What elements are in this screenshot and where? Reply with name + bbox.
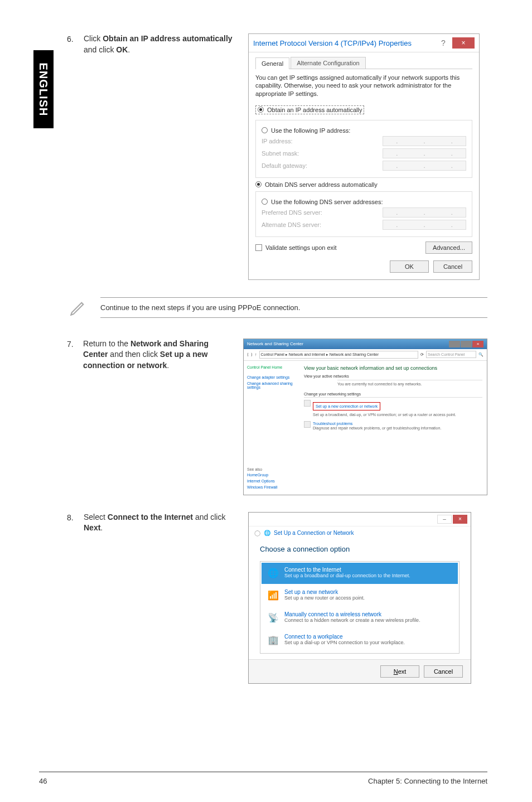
subnet-label: Subnet mask: [262, 150, 299, 157]
sidebar-homegroup[interactable]: HomeGroup [247, 473, 277, 477]
search-input[interactable]: Search Control Panel [426, 351, 476, 358]
step-7-mid: and then click [108, 350, 159, 359]
opt2-title: Set up a new network [284, 589, 453, 595]
help-button[interactable]: ? [436, 37, 451, 49]
setup-connection-highlight: Set up a new connection or network [313, 402, 380, 410]
cancel-button[interactable]: Cancel [424, 665, 463, 678]
option-new-network[interactable]: 📶 Set up a new network Set up a new rout… [262, 585, 458, 606]
step-8-prefix: Select [84, 513, 108, 521]
troubleshoot-desc: Diagnose and repair network problems, or… [313, 426, 441, 430]
ip-address-label: IP address: [262, 138, 292, 144]
up-icon[interactable]: ↑ [255, 352, 257, 356]
sidebar-home[interactable]: Control Panel Home [247, 365, 296, 369]
radio-icon [262, 199, 268, 205]
search-icon[interactable]: 🔍 [478, 352, 483, 357]
network-sharing-center-window: Network and Sharing Center × ⟨ ⟩ ↑ Contr… [243, 339, 487, 495]
radio-obtain-dns-auto[interactable]: Obtain DNS server address automatically [255, 181, 472, 188]
radio-use-dns[interactable]: Use the following DNS server addresses: [262, 199, 466, 205]
breadcrumb[interactable]: Control Panel ▸ Network and Internet ▸ N… [259, 351, 419, 359]
minimize-button[interactable]: – [437, 515, 452, 524]
tab-general[interactable]: General [255, 57, 289, 69]
close-button[interactable]: × [472, 341, 483, 347]
active-none: You are currently not connected to any n… [337, 382, 482, 386]
step-8-bold2: Next [84, 523, 100, 532]
step-6-text: Click Obtain an IP address automatically… [84, 33, 248, 55]
language-tab: ENGLISH [33, 50, 54, 128]
window-title: Network and Sharing Center [247, 341, 303, 346]
option-connect-internet[interactable]: 🌐 Connect to the Internet Set up a broad… [262, 563, 458, 584]
opt4-desc: Set up a dial-up or VPN connection to yo… [284, 640, 453, 645]
sidebar-internet-options[interactable]: Internet Options [247, 479, 277, 483]
step-7-text: Return to the Network and Sharing Center… [83, 339, 243, 371]
tab-alternate[interactable]: Alternate Configuration [291, 57, 366, 69]
step-8: 8. Select Connect to the Internet and cl… [67, 512, 487, 684]
page-footer: 46 Chapter 5: Connecting to the Internet [39, 771, 487, 785]
language-label: ENGLISH [37, 62, 50, 116]
dialog-title: Internet Protocol Version 4 (TCP/IPv4) P… [253, 39, 412, 47]
subnet-input: ... [383, 148, 466, 158]
advanced-button[interactable]: Advanced... [425, 241, 472, 254]
back-icon[interactable]: ⟨ [247, 352, 249, 357]
radio-obtain-ip-auto[interactable]: Obtain an IP address automatically [255, 105, 364, 114]
setup-icon [304, 400, 311, 407]
radio-icon [255, 181, 262, 187]
gateway-label: Default gateway: [262, 162, 307, 169]
radio-auto-ip-label: Obtain an IP address automatically [267, 107, 362, 113]
maximize-button[interactable] [461, 341, 472, 347]
sidebar-firewall[interactable]: Windows Firewall [247, 485, 277, 489]
ip-address-input: ... [383, 136, 466, 146]
step-7-prefix: Return to the [83, 339, 130, 348]
note-row: Continue to the next steps if you are us… [67, 297, 487, 319]
opt3-desc: Connect to a hidden network or create a … [284, 617, 453, 623]
chapter-title: Chapter 5: Connecting to the Internet [368, 777, 487, 785]
step-8-suffix: . [100, 523, 103, 532]
troubleshoot-link[interactable]: Troubleshoot problems [313, 422, 352, 426]
pencil-icon [67, 297, 89, 319]
step-8-bold1: Connect to the Internet [108, 513, 193, 521]
wizard-heading: Choose a connection option [260, 545, 460, 553]
close-button[interactable]: × [452, 37, 475, 49]
troubleshoot-icon [304, 421, 311, 428]
ok-button[interactable]: OK [390, 260, 429, 273]
change-settings-label: Change your networking settings [304, 392, 482, 396]
refresh-icon[interactable]: ⟳ [420, 352, 424, 357]
ipv4-properties-dialog: Internet Protocol Version 4 (TCP/IPv4) P… [248, 33, 480, 280]
option-wireless[interactable]: 📡 Manually connect to a wireless network… [262, 607, 458, 629]
radio-use-ip[interactable]: Use the following IP address: [262, 127, 466, 134]
radio-icon [262, 127, 268, 133]
opt1-title: Connect to the Internet [284, 567, 453, 573]
option-workplace[interactable]: 🏢 Connect to a workplace Set up a dial-u… [262, 630, 458, 651]
preferred-dns-input: ... [383, 207, 466, 218]
preferred-dns-label: Preferred DNS server: [262, 209, 322, 216]
forward-icon[interactable]: ⟩ [251, 352, 253, 357]
setup-desc: Set up a broadband, dial-up, or VPN conn… [313, 413, 456, 417]
minimize-button[interactable] [449, 341, 460, 347]
gateway-input: ... [383, 161, 466, 171]
step-7-suffix: . [167, 361, 169, 370]
step-6-prefix: Click [84, 34, 103, 43]
internet-icon: 🌐 [267, 567, 280, 580]
validate-checkbox-row[interactable]: Validate settings upon exit [255, 244, 337, 251]
radio-use-dns-label: Use the following DNS server addresses: [271, 199, 383, 205]
router-icon: 📶 [267, 589, 280, 602]
opt3-title: Manually connect to a wireless network [284, 611, 453, 617]
sidebar-adapter[interactable]: Change adapter settings [247, 375, 296, 379]
sidebar: Control Panel Home Change adapter settin… [244, 361, 299, 495]
cancel-button[interactable]: Cancel [433, 260, 472, 273]
step-6-bold2: OK [116, 45, 128, 54]
setup-connection-link[interactable]: Set up a new connection or network [316, 404, 378, 408]
page-number: 46 [39, 777, 47, 785]
sidebar-seealso: See also [247, 467, 277, 471]
next-button[interactable]: Next [380, 665, 419, 678]
note-text: Continue to the next steps if you are us… [100, 297, 487, 318]
back-icon[interactable]: ◯ [254, 530, 260, 536]
workplace-icon: 🏢 [267, 634, 280, 647]
radio-auto-dns-label: Obtain DNS server address automatically [265, 181, 378, 188]
close-button[interactable]: × [453, 515, 467, 524]
step-8-mid: and click [193, 513, 225, 521]
sidebar-sharing[interactable]: Change advanced sharing settings [247, 381, 296, 389]
opt2-desc: Set up a new router or access point. [284, 595, 453, 601]
wizard-header: Set Up a Connection or Network [274, 530, 354, 536]
radio-use-ip-label: Use the following IP address: [271, 127, 350, 134]
main-heading: View your basic network information and … [304, 365, 482, 371]
